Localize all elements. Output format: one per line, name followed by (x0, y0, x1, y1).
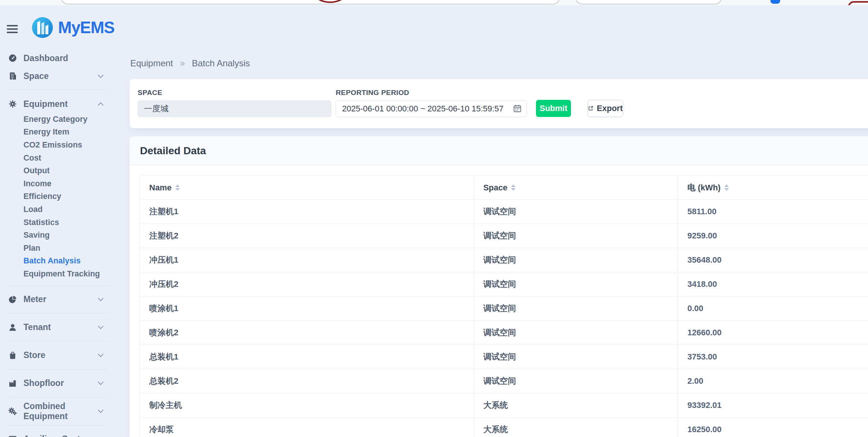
cell-kwh: 2.00 (678, 369, 868, 393)
cell-space: 调试空间 (474, 272, 678, 297)
cell-name: 冷却泵 (140, 418, 474, 437)
gears-icon (7, 407, 18, 416)
detailed-data-card: Detailed Data NameSpace电 (kWh) 注塑机1调试空间5… (130, 136, 868, 437)
submit-button[interactable]: Submit (536, 100, 571, 117)
cell-space: 大系统 (474, 393, 678, 418)
sidebar-subitem-income[interactable]: Income (23, 177, 115, 190)
cell-name: 喷涂机1 (140, 297, 474, 321)
reporting-period-label: REPORTING PERIOD (336, 89, 527, 97)
sort-carets-icon[interactable] (724, 184, 729, 191)
cell-kwh: 9259.00 (678, 224, 868, 248)
sort-carets-icon[interactable] (511, 184, 516, 191)
cell-name: 注塑机1 (140, 200, 474, 224)
cell-space: 调试空间 (474, 200, 678, 224)
sidebar-item-label: Equipment (23, 99, 99, 109)
sidebar-item-label: Combined Equipment (23, 401, 99, 421)
sidebar-subitem-batch-analysis[interactable]: Batch Analysis (23, 255, 115, 268)
chevron-down-icon (98, 295, 104, 301)
cell-space: 调试空间 (474, 297, 678, 321)
cell-kwh: 3753.00 (678, 345, 868, 369)
table-row: 注塑机2调试空间9259.00 (140, 224, 868, 248)
sidebar-item-dashboard[interactable]: Dashboard (0, 49, 115, 67)
sidebar-subitem-energy-item[interactable]: Energy Item (23, 126, 115, 139)
sidebar-item-label: Store (23, 350, 99, 360)
sidebar-subitem-efficiency[interactable]: Efficiency (23, 190, 115, 203)
sidebar-item-label: Shopfloor (23, 378, 99, 388)
myems-logo-icon (32, 17, 53, 38)
table-row: 冲压机2调试空间3418.00 (140, 272, 868, 297)
cell-space: 调试空间 (474, 321, 678, 345)
secondary-bar-fragment[interactable] (575, 0, 722, 4)
column-header-label: Space (483, 183, 507, 193)
cell-name: 总装机2 (140, 369, 474, 393)
breadcrumb-batch-analysis[interactable]: Batch Analysis (192, 58, 250, 68)
cell-kwh: 3418.00 (678, 272, 868, 297)
brand-name: MyEMS (58, 18, 114, 37)
sidebar-subitem-saving[interactable]: Saving (23, 229, 115, 242)
building-icon (7, 72, 18, 80)
cell-space: 大系统 (474, 418, 678, 437)
chevron-down-icon (98, 72, 104, 78)
cell-space: 调试空间 (474, 345, 678, 369)
sidebar-item-label: Meter (23, 294, 99, 304)
hamburger-menu-icon[interactable] (7, 23, 19, 34)
sidebar-subitem-co2-emissions[interactable]: CO2 Emissions (23, 139, 115, 152)
sidebar-subitem-output[interactable]: Output (23, 164, 115, 177)
calendar-icon[interactable] (513, 104, 522, 113)
reporting-period-input[interactable] (336, 101, 527, 117)
sidebar-divider (7, 397, 108, 398)
table-row: 注塑机1调试空间5811.00 (140, 200, 868, 224)
sidebar-subitem-load[interactable]: Load (23, 203, 115, 216)
gear-icon (7, 99, 18, 108)
breadcrumb-separator: » (180, 58, 185, 68)
shopping-bag-icon (7, 351, 18, 360)
detailed-data-title: Detailed Data (140, 145, 206, 157)
column-header-kwh[interactable]: 电 (kWh) (678, 176, 868, 200)
sidebar-subitem-statistics[interactable]: Statistics (23, 216, 115, 229)
red-outline-fragment (848, 1, 868, 5)
sidebar-item-space[interactable]: Space (0, 67, 115, 85)
blue-button-fragment[interactable] (770, 0, 780, 4)
chevron-up-icon (98, 102, 104, 108)
sidebar-subitem-equipment-tracking[interactable]: Equipment Tracking (23, 267, 115, 281)
breadcrumb-equipment[interactable]: Equipment (130, 58, 173, 68)
sidebar-item-equipment[interactable]: Equipment (0, 95, 115, 113)
sidebar-item-meter[interactable]: Meter (0, 291, 115, 308)
cell-kwh: 35648.00 (678, 248, 868, 272)
address-bar-fragment[interactable] (61, 0, 560, 4)
sidebar-item-label: Auxiliary System (23, 434, 99, 437)
sidebar-item-tenant[interactable]: Tenant (0, 319, 115, 336)
space-input[interactable] (138, 101, 331, 117)
sidebar-divider (7, 425, 108, 425)
sort-carets-icon[interactable] (175, 184, 180, 191)
cell-name: 冲压机2 (140, 272, 474, 297)
brand-logo[interactable]: MyEMS (32, 17, 114, 38)
export-button-label: Export (597, 104, 623, 113)
table-row: 总装机1调试空间3753.00 (140, 345, 868, 369)
export-button[interactable]: Export (587, 100, 623, 117)
cell-name: 喷涂机2 (140, 321, 474, 345)
column-header-space[interactable]: Space (474, 176, 678, 200)
gauge-icon (7, 54, 18, 63)
factory-icon (7, 379, 18, 388)
sidebar-item-store[interactable]: Store (0, 346, 115, 364)
user-icon (7, 323, 18, 332)
cell-kwh: 0.00 (678, 297, 868, 321)
chevron-down-icon (98, 351, 104, 357)
table-row: 冷却泵大系统16250.00 (140, 418, 868, 437)
myems-app: MyEMS DashboardSpaceEquipmentEnergy Cate… (0, 5, 868, 437)
cell-space: 调试空间 (474, 248, 678, 272)
column-header-name[interactable]: Name (140, 176, 474, 200)
space-field-group: SPACE (138, 89, 331, 117)
sidebar-item-shopfloor[interactable]: Shopfloor (0, 374, 115, 392)
monitor-icon (7, 435, 18, 437)
sidebar-item-label: Tenant (23, 322, 99, 332)
sidebar-subitem-plan[interactable]: Plan (23, 242, 115, 255)
sidebar-item-combined-equipment[interactable]: Combined Equipment (0, 402, 115, 420)
query-form-card: SPACE REPORTING PERIOD Submit (130, 79, 868, 128)
cell-space: 调试空间 (474, 369, 678, 393)
sidebar-subitem-energy-category[interactable]: Energy Category (23, 113, 115, 126)
sidebar-item-auxiliary-system[interactable]: Auxiliary System (0, 430, 115, 437)
sidebar-subitem-cost[interactable]: Cost (23, 152, 115, 165)
cell-name: 注塑机2 (140, 224, 474, 248)
